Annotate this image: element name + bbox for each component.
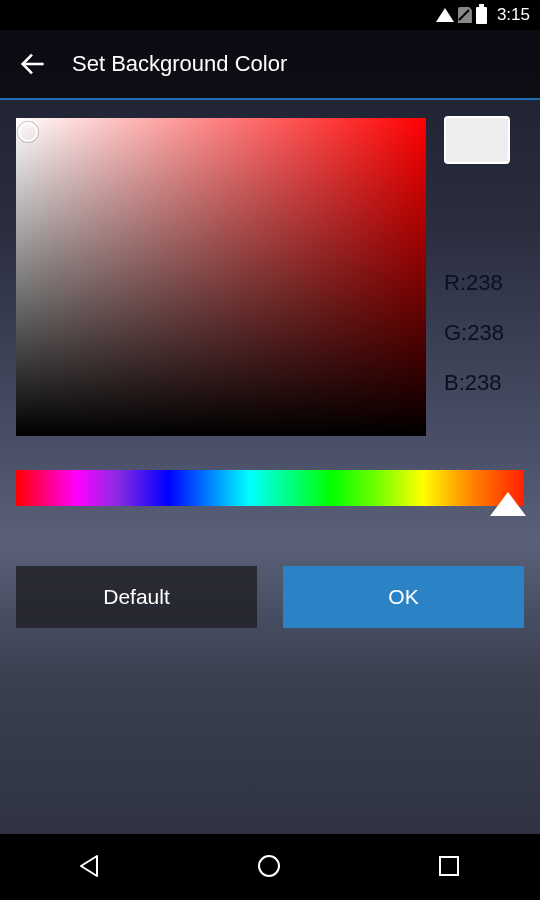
status-bar: 3:15 <box>0 0 540 30</box>
rgb-readout: R:238 G:238 B:238 <box>444 270 504 396</box>
system-nav-bar <box>0 834 540 900</box>
hue-thumb[interactable] <box>490 492 526 516</box>
default-button[interactable]: Default <box>16 566 257 628</box>
no-sd-icon <box>458 7 472 23</box>
color-picker-panel: R:238 G:238 B:238 Default OK <box>0 100 540 646</box>
nav-home-icon[interactable] <box>255 852 285 882</box>
rgb-r-value: R:238 <box>444 270 504 296</box>
rgb-g-value: G:238 <box>444 320 504 346</box>
rgb-b-value: B:238 <box>444 370 504 396</box>
color-swatch <box>444 116 510 164</box>
ok-button[interactable]: OK <box>283 566 524 628</box>
back-arrow-icon[interactable] <box>18 50 46 78</box>
svg-point-1 <box>259 856 279 876</box>
title-bar: Set Background Color <box>0 30 540 100</box>
nav-recent-icon[interactable] <box>435 852 465 882</box>
wifi-icon <box>436 8 454 22</box>
nav-back-icon[interactable] <box>75 852 105 882</box>
clock: 3:15 <box>497 5 530 25</box>
sv-handle[interactable] <box>18 122 38 142</box>
status-icons <box>436 7 487 24</box>
hue-track[interactable] <box>16 470 524 506</box>
svg-rect-2 <box>440 857 458 875</box>
hue-slider[interactable] <box>16 470 524 506</box>
saturation-value-panel[interactable] <box>16 118 426 436</box>
page-title: Set Background Color <box>72 51 287 77</box>
battery-icon <box>476 7 487 24</box>
